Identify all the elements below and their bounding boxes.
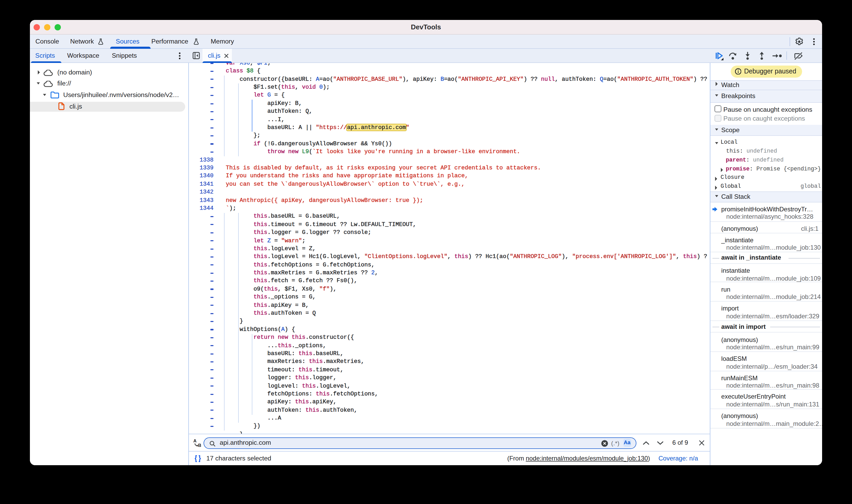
- svg-text:A: A: [193, 438, 196, 444]
- svg-text:B: B: [198, 443, 201, 447]
